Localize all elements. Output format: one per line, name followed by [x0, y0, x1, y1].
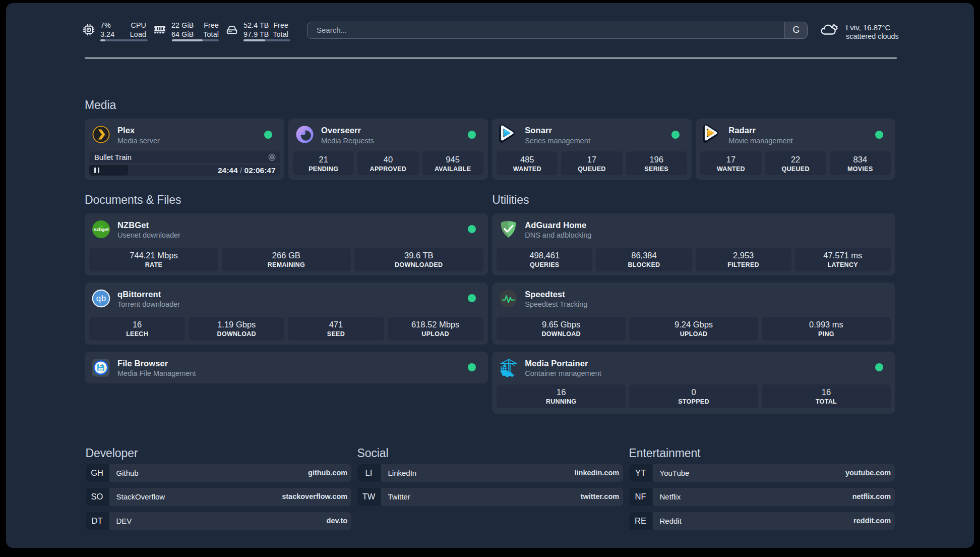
svg-text:qb: qb: [96, 294, 106, 303]
svg-text:nzbget: nzbget: [94, 227, 109, 232]
